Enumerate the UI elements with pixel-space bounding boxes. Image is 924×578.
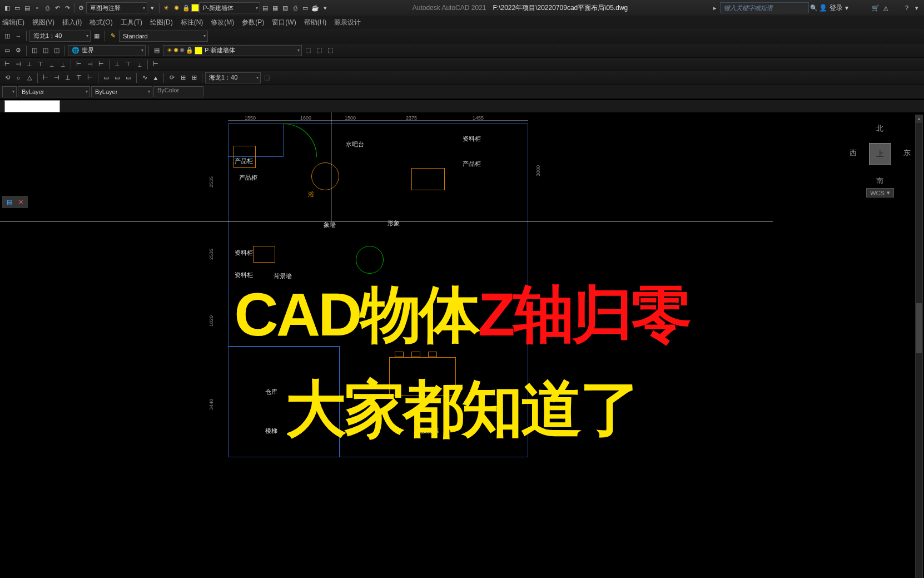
r4-9-icon[interactable]: ▭ — [101, 73, 111, 83]
r4-6-icon[interactable]: ⊥ — [63, 73, 73, 83]
help-dropdown-icon[interactable]: ▾ — [912, 3, 922, 13]
menu-format[interactable]: 格式(O) — [90, 18, 112, 27]
gear-icon[interactable]: ⚙ — [76, 3, 86, 13]
qat-undo-icon[interactable]: ↶ — [52, 3, 62, 13]
dim-2-icon[interactable]: ⊣ — [13, 60, 23, 70]
laytool-3-icon[interactable]: ⬚ — [325, 46, 335, 56]
menu-modify[interactable]: 修改(M) — [211, 18, 234, 27]
bulb-icon[interactable]: ☀ — [161, 3, 171, 13]
plotstyle-box[interactable]: ByColor — [153, 86, 203, 97]
dim-3-icon[interactable]: ⊥ — [24, 60, 34, 70]
tool-r1-3-icon[interactable]: ▦ — [92, 31, 102, 41]
qat-ext1-icon[interactable]: ▤ — [260, 3, 270, 13]
r4-7-icon[interactable]: ⊤ — [74, 73, 84, 83]
dim-11-icon[interactable]: ⊤ — [123, 60, 133, 70]
r4-15-icon[interactable]: ⊞ — [178, 73, 188, 83]
lock-icon[interactable]: 🔒 — [181, 3, 191, 13]
app-switcher-icon[interactable]: ◬ — [881, 3, 891, 13]
qat-dropdown-icon[interactable]: ▾ — [147, 3, 157, 13]
dim-5-icon[interactable]: ⟂ — [47, 60, 57, 70]
scroll-up-icon[interactable]: ▲ — [916, 115, 922, 123]
tool-r1-2-icon[interactable]: ↔ — [13, 31, 23, 41]
dimscale-dropdown[interactable]: 海龙1：40 — [29, 31, 91, 42]
menu-tools[interactable]: 工具(T) — [121, 18, 142, 27]
menu-param[interactable]: 参数(P) — [242, 18, 264, 27]
r4-8-icon[interactable]: ⊢ — [85, 73, 95, 83]
vc-east[interactable]: 东 — [903, 148, 911, 158]
menu-edit[interactable]: 编辑(E) — [2, 18, 24, 27]
dimscale2-dropdown[interactable]: 海龙1：40 — [205, 72, 261, 83]
dim-10-icon[interactable]: ⊥ — [112, 60, 122, 70]
r4-12-icon[interactable]: ∿ — [140, 73, 150, 83]
menu-help[interactable]: 帮助(H) — [304, 18, 327, 27]
viewcube[interactable]: 北 南 东 西 上 WCS▾ — [850, 123, 911, 207]
qat-print-icon[interactable]: ⎙ — [42, 3, 52, 13]
dim-12-icon[interactable]: ⟂ — [135, 60, 145, 70]
drawing-canvas[interactable]: ▤ ✕ 1550 1600 1500 2375 1455 水吧台 资料柜 产品柜… — [0, 112, 924, 578]
tool-r1-4-icon[interactable]: ✎ — [108, 31, 118, 41]
r4-17-icon[interactable]: ⬚ — [262, 73, 272, 83]
dim-6-icon[interactable]: ⟂ — [58, 60, 68, 70]
whitebox-input[interactable] — [4, 100, 60, 112]
vc-face-top[interactable]: 上 — [869, 143, 891, 165]
dim-7-icon[interactable]: ⊢ — [74, 60, 84, 70]
vc-north[interactable]: 北 — [876, 123, 883, 134]
search-icon[interactable]: 🔍 — [809, 3, 819, 13]
vc-wcs[interactable]: WCS▾ — [866, 188, 894, 197]
menu-window[interactable]: 窗口(W) — [272, 18, 296, 27]
qat-new-icon[interactable]: ▭ — [12, 3, 22, 13]
login-button[interactable]: 👤 登录 ▾ — [819, 3, 848, 13]
dim-13-icon[interactable]: ⊢ — [151, 60, 161, 70]
r4-1-icon[interactable]: ⟲ — [2, 73, 12, 83]
menu-dimension[interactable]: 标注(N) — [181, 18, 203, 27]
r4-13-icon[interactable]: ▲ — [151, 73, 161, 83]
side-close-icon[interactable]: ✕ — [16, 197, 26, 207]
sun-icon[interactable]: ✺ — [171, 3, 181, 13]
qat-ext2-icon[interactable]: ▦ — [270, 3, 280, 13]
r4-11-icon[interactable]: ▭ — [123, 73, 133, 83]
r4-3-icon[interactable]: △ — [24, 73, 34, 83]
qat-ext6-icon[interactable]: ☕ — [310, 3, 320, 13]
tool-r2-1-icon[interactable]: ▭ — [2, 46, 12, 56]
r4-5-icon[interactable]: ⊣ — [52, 73, 62, 83]
qat-ext3-icon[interactable]: ▧ — [280, 3, 290, 13]
layer-color-swatch[interactable] — [191, 4, 199, 12]
app-menu-icon[interactable]: ◧ — [2, 3, 12, 13]
vc-south[interactable]: 南 — [876, 176, 883, 186]
lineweight-dropdown[interactable]: ByLayer — [91, 86, 152, 97]
cart-icon[interactable]: 🛒 — [871, 3, 881, 13]
qat-ext4-icon[interactable]: ⎙ — [290, 3, 300, 13]
menu-view[interactable]: 视图(V) — [32, 18, 54, 27]
vp-3-icon[interactable]: ◫ — [52, 46, 62, 56]
side-1-icon[interactable]: ▤ — [4, 197, 14, 207]
qat-open-icon[interactable]: ▤ — [22, 3, 32, 13]
dim-9-icon[interactable]: ⊢ — [96, 60, 106, 70]
side-palette[interactable]: ▤ ✕ — [2, 196, 28, 208]
r4-16-icon[interactable]: ⊞ — [189, 73, 199, 83]
workspace-dropdown[interactable]: 草图与注释 — [86, 2, 147, 13]
r4-14-icon[interactable]: ⟳ — [167, 73, 177, 83]
search-input[interactable]: 键入关键字或短语 — [720, 2, 809, 13]
laytool-1-icon[interactable]: ⬚ — [303, 46, 313, 56]
r4-10-icon[interactable]: ▭ — [112, 73, 122, 83]
ucs-dropdown[interactable]: 🌐 世界 — [68, 45, 146, 56]
tool-r2-gear-icon[interactable]: ⚙ — [13, 46, 23, 56]
qat-ext5-icon[interactable]: ▭ — [300, 3, 310, 13]
menu-draw[interactable]: 绘图(D) — [150, 18, 173, 27]
layer-dropdown-qat[interactable]: P-新建墙体 — [199, 2, 260, 13]
laytool-2-icon[interactable]: ⬚ — [314, 46, 324, 56]
vertical-scrollbar[interactable]: ▲ ▼ — [915, 115, 923, 578]
qat-more-icon[interactable]: ▾ — [320, 3, 330, 13]
prop-color-dropdown[interactable] — [2, 86, 17, 97]
qat-redo-icon[interactable]: ↷ — [62, 3, 72, 13]
menu-insert[interactable]: 插入(I) — [62, 18, 82, 27]
vp-1-icon[interactable]: ◫ — [29, 46, 39, 56]
r4-2-icon[interactable]: ○ — [13, 73, 23, 83]
layermgr-icon[interactable]: ▤ — [152, 46, 162, 56]
textstyle-dropdown[interactable]: Standard — [119, 31, 208, 42]
r4-4-icon[interactable]: ⊢ — [41, 73, 51, 83]
qat-save-icon[interactable]: ▫ — [32, 3, 42, 13]
help-icon[interactable]: ? — [902, 3, 912, 13]
dim-4-icon[interactable]: ⊤ — [36, 60, 46, 70]
layer-dropdown[interactable]: ☀ ✺ ✺ 🔒 P-新建墙体 — [163, 45, 302, 56]
